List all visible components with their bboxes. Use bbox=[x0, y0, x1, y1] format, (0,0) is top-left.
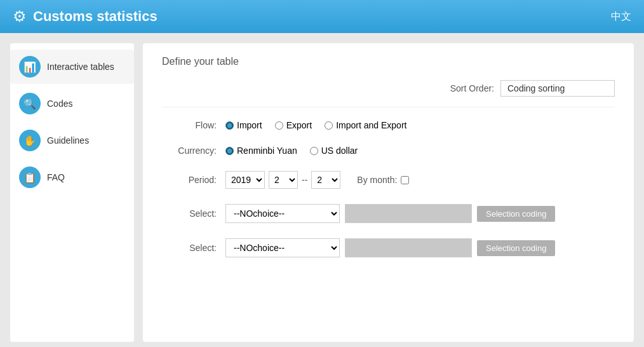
sidebar-label-codes: Codes bbox=[47, 98, 72, 109]
currency-rmb-option[interactable]: Renminbi Yuan bbox=[225, 146, 297, 156]
period-separator: -- bbox=[302, 175, 307, 185]
period-month2-select[interactable]: 1 2 3 4 5 6 7 8 9 10 11 12 bbox=[311, 171, 340, 189]
select-group-2: --NOchoice-- HS Code Country Year Select… bbox=[225, 238, 555, 257]
flow-radio-group: Import Export Import and Export bbox=[225, 120, 406, 130]
select-text-input-2[interactable] bbox=[345, 238, 472, 257]
codes-icon: 🔍 bbox=[19, 93, 41, 114]
app-header: ⚙ Customs statistics 中文 bbox=[0, 0, 644, 33]
selection-coding-button-1[interactable]: Selection coding bbox=[477, 206, 555, 222]
sidebar-label-interactive-tables: Interactive tables bbox=[47, 61, 114, 72]
currency-rmb-label: Renminbi Yuan bbox=[237, 146, 297, 156]
currency-usd-option[interactable]: US dollar bbox=[310, 146, 358, 156]
currency-rmb-radio[interactable] bbox=[225, 147, 234, 155]
period-year-select[interactable]: 2017 2018 2019 2020 bbox=[225, 171, 265, 189]
select-label-2: Select: bbox=[162, 243, 225, 253]
select-text-input-1[interactable] bbox=[345, 204, 472, 223]
select-dropdown-1[interactable]: --NOchoice-- HS Code Country Year bbox=[225, 204, 340, 223]
currency-usd-label: US dollar bbox=[321, 146, 358, 156]
flow-import-option[interactable]: Import bbox=[225, 120, 262, 130]
by-month-label: By month: bbox=[357, 175, 397, 185]
flow-row: Flow: Import Export Import and Export bbox=[162, 120, 615, 130]
page-title: Define your table bbox=[162, 56, 615, 67]
sort-order-value[interactable]: Coding sorting bbox=[500, 80, 615, 97]
faq-icon: 📋 bbox=[19, 167, 41, 188]
period-label: Period: bbox=[162, 175, 225, 185]
sidebar-item-guidelines[interactable]: ✋ Guidelines bbox=[10, 123, 134, 158]
select-label-1: Select: bbox=[162, 208, 225, 219]
main-content: Define your table Sort Order: Coding sor… bbox=[143, 43, 634, 342]
language-toggle[interactable]: 中文 bbox=[611, 10, 631, 24]
period-row: Period: 2017 2018 2019 2020 1 2 3 4 5 6 … bbox=[162, 171, 615, 189]
gear-icon: ⚙ bbox=[13, 8, 27, 25]
select-row-1: Select: --NOchoice-- HS Code Country Yea… bbox=[162, 204, 615, 223]
sidebar-label-faq: FAQ bbox=[47, 172, 65, 183]
flow-export-radio[interactable] bbox=[275, 121, 283, 130]
sort-order-label: Sort Order: bbox=[450, 83, 494, 93]
flow-label: Flow: bbox=[162, 120, 225, 130]
sidebar-item-interactive-tables[interactable]: 📊 Interactive tables bbox=[10, 50, 134, 84]
flow-import-export-option[interactable]: Import and Export bbox=[325, 120, 406, 130]
period-group: 2017 2018 2019 2020 1 2 3 4 5 6 7 8 9 10… bbox=[225, 171, 409, 189]
sort-order-row: Sort Order: Coding sorting bbox=[162, 80, 615, 107]
currency-row: Currency: Renminbi Yuan US dollar bbox=[162, 146, 615, 156]
main-layout: 📊 Interactive tables 🔍 Codes ✋ Guideline… bbox=[10, 43, 634, 342]
guidelines-icon: ✋ bbox=[19, 130, 41, 151]
interactive-tables-icon: 📊 bbox=[19, 56, 41, 78]
sidebar-label-guidelines: Guidelines bbox=[47, 135, 89, 146]
app-title: Customs statistics bbox=[33, 8, 158, 25]
select-dropdown-2[interactable]: --NOchoice-- HS Code Country Year bbox=[225, 238, 340, 257]
by-month-checkbox[interactable] bbox=[401, 176, 409, 184]
flow-import-radio[interactable] bbox=[225, 121, 234, 130]
sidebar-item-codes[interactable]: 🔍 Codes bbox=[10, 86, 134, 121]
select-row-2: Select: --NOchoice-- HS Code Country Yea… bbox=[162, 238, 615, 257]
by-month-group: By month: bbox=[357, 175, 409, 185]
select-group-1: --NOchoice-- HS Code Country Year Select… bbox=[225, 204, 555, 223]
currency-usd-radio[interactable] bbox=[310, 147, 318, 155]
flow-export-label: Export bbox=[286, 120, 312, 130]
flow-export-option[interactable]: Export bbox=[275, 120, 312, 130]
sidebar: 📊 Interactive tables 🔍 Codes ✋ Guideline… bbox=[10, 43, 134, 342]
flow-import-export-label: Import and Export bbox=[336, 120, 406, 130]
currency-label: Currency: bbox=[162, 146, 225, 156]
flow-import-label: Import bbox=[237, 120, 262, 130]
period-month1-select[interactable]: 1 2 3 4 5 6 7 8 9 10 11 12 bbox=[269, 171, 298, 189]
selection-coding-button-2[interactable]: Selection coding bbox=[477, 240, 555, 256]
flow-import-export-radio[interactable] bbox=[325, 121, 333, 130]
currency-radio-group: Renminbi Yuan US dollar bbox=[225, 146, 358, 156]
header-brand: ⚙ Customs statistics bbox=[13, 8, 158, 25]
sidebar-item-faq[interactable]: 📋 FAQ bbox=[10, 160, 134, 194]
